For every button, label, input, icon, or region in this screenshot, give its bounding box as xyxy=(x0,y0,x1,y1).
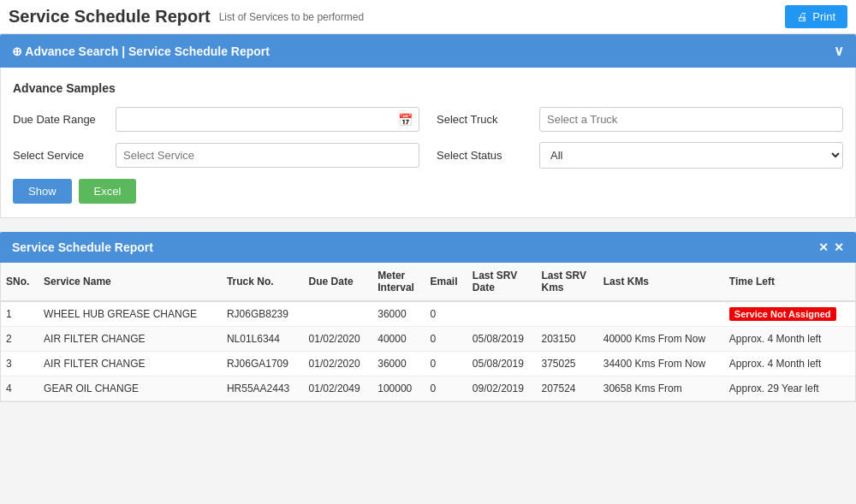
cell-last-kms: 40000 Kms From Now xyxy=(598,327,724,352)
cell-service-name: WHEEL HUB GREASE CHANGE xyxy=(39,301,222,327)
cell-last-kms: 30658 Kms From xyxy=(598,377,724,401)
report-controls: ✕ ✕ xyxy=(818,240,844,254)
cell-due-date: 01/02/2020 xyxy=(304,352,373,377)
cell-time-left: Approx. 4 Month left xyxy=(724,327,855,352)
select-truck-input[interactable] xyxy=(539,107,843,132)
cell-meter-interval: 36000 xyxy=(372,352,425,377)
cell-last-srv-kms xyxy=(537,301,598,327)
print-icon: 🖨 xyxy=(797,10,808,23)
cell-email: 0 xyxy=(425,352,467,377)
report-section-label: Service Schedule Report xyxy=(12,240,153,254)
minimize-icon[interactable]: ✕ xyxy=(818,240,829,254)
select-truck-group: Select Truck xyxy=(437,107,843,132)
advance-search-section: ⊕ Advance Search | Service Schedule Repo… xyxy=(0,34,856,218)
due-date-label: Due Date Range xyxy=(13,113,107,126)
cell-email: 0 xyxy=(425,327,467,352)
cell-last-srv-kms: 375025 xyxy=(537,352,598,377)
cell-email: 0 xyxy=(425,301,467,327)
select-status-dropdown[interactable]: All xyxy=(539,142,843,169)
col-due-date: Due Date xyxy=(304,263,373,301)
cell-meter-interval: 100000 xyxy=(372,377,425,401)
chevron-icon: ∨ xyxy=(834,43,844,59)
col-service-name: Service Name xyxy=(39,263,222,301)
form-row-2: Select Service Select Status All xyxy=(13,142,843,169)
table-row: 1WHEEL HUB GREASE CHANGERJ06GB8239360000… xyxy=(1,301,855,327)
cell-last-srv-date xyxy=(467,301,537,327)
select-service-group: Select Service xyxy=(13,143,419,168)
show-button[interactable]: Show xyxy=(13,179,72,204)
top-bar: Service Schedule Report List of Services… xyxy=(0,0,856,34)
select-service-input[interactable] xyxy=(116,143,419,168)
cell-email: 0 xyxy=(425,377,467,401)
table-row: 3AIR FILTER CHANGERJ06GA170901/02/202036… xyxy=(1,352,855,377)
cell-last-srv-kms: 203150 xyxy=(537,327,598,352)
cell-time-left: Service Not Assigned xyxy=(724,301,855,327)
report-table-wrapper: SNo. Service Name Truck No. Due Date Met… xyxy=(0,263,856,402)
panel-title: Advance Samples xyxy=(13,81,843,95)
cell-sno: 4 xyxy=(1,377,39,401)
col-sno: SNo. xyxy=(1,263,39,301)
col-time-left: Time Left xyxy=(724,263,855,301)
cell-time-left: Approx. 4 Month left xyxy=(724,352,855,377)
col-last-srv-kms: Last SRVKms xyxy=(537,263,598,301)
report-section-header[interactable]: Service Schedule Report ✕ ✕ xyxy=(0,232,856,263)
page-title: Service Schedule Report xyxy=(9,7,211,27)
cell-truck-no: HR55AA2443 xyxy=(222,377,304,401)
table-header-row: SNo. Service Name Truck No. Due Date Met… xyxy=(1,263,855,301)
cell-truck-no: RJ06GA1709 xyxy=(222,352,304,377)
table-row: 4GEAR OIL CHANGEHR55AA244301/02/20491000… xyxy=(1,377,855,401)
not-assigned-badge: Service Not Assigned xyxy=(729,307,836,321)
cell-last-kms: 34400 Kms From Now xyxy=(598,352,724,377)
cell-meter-interval: 40000 xyxy=(372,327,425,352)
col-meter-interval: MeterInterval xyxy=(372,263,425,301)
select-service-label: Select Service xyxy=(13,149,107,162)
cell-last-kms xyxy=(598,301,724,327)
cell-due-date: 01/02/2049 xyxy=(304,377,373,401)
cell-sno: 1 xyxy=(1,301,39,327)
cell-last-srv-kms: 207524 xyxy=(537,377,598,401)
date-wrapper: 📅 xyxy=(116,107,419,132)
col-last-srv-date: Last SRVDate xyxy=(467,263,537,301)
due-date-input[interactable] xyxy=(116,107,419,132)
due-date-group: Due Date Range 📅 xyxy=(13,107,419,132)
cell-last-srv-date: 05/08/2019 xyxy=(467,327,537,352)
col-truck-no: Truck No. xyxy=(222,263,304,301)
cell-service-name: AIR FILTER CHANGE xyxy=(39,327,222,352)
button-row: Show Excel xyxy=(13,179,843,204)
close-icon[interactable]: ✕ xyxy=(834,240,844,254)
cell-due-date: 01/02/2020 xyxy=(304,327,373,352)
cell-time-left: Approx. 29 Year left xyxy=(724,377,855,401)
cell-service-name: GEAR OIL CHANGE xyxy=(39,377,222,401)
cell-meter-interval: 36000 xyxy=(372,301,425,327)
select-status-label: Select Status xyxy=(437,149,531,162)
search-panel: Advance Samples Due Date Range 📅 Select … xyxy=(0,68,856,218)
report-section: Service Schedule Report ✕ ✕ SNo. Service… xyxy=(0,232,856,402)
select-status-group: Select Status All xyxy=(437,142,843,169)
excel-button[interactable]: Excel xyxy=(79,179,137,204)
advance-search-header[interactable]: ⊕ Advance Search | Service Schedule Repo… xyxy=(0,34,856,68)
cell-service-name: AIR FILTER CHANGE xyxy=(39,352,222,377)
col-last-kms: Last KMs xyxy=(598,263,724,301)
cell-last-srv-date: 09/02/2019 xyxy=(467,377,537,401)
cell-truck-no: NL01L6344 xyxy=(222,327,304,352)
cell-sno: 2 xyxy=(1,327,39,352)
col-email: Email xyxy=(425,263,467,301)
cell-due-date xyxy=(304,301,373,327)
cell-truck-no: RJ06GB8239 xyxy=(222,301,304,327)
table-row: 2AIR FILTER CHANGENL01L634401/02/2020400… xyxy=(1,327,855,352)
page-subtitle: List of Services to be performed xyxy=(219,11,786,23)
cell-sno: 3 xyxy=(1,352,39,377)
cell-last-srv-date: 05/08/2019 xyxy=(467,352,537,377)
print-button[interactable]: 🖨 Print xyxy=(785,5,847,28)
form-row-1: Due Date Range 📅 Select Truck xyxy=(13,107,843,132)
report-table: SNo. Service Name Truck No. Due Date Met… xyxy=(1,263,855,401)
select-truck-label: Select Truck xyxy=(437,113,531,126)
advance-search-label: ⊕ Advance Search | Service Schedule Repo… xyxy=(12,44,270,58)
